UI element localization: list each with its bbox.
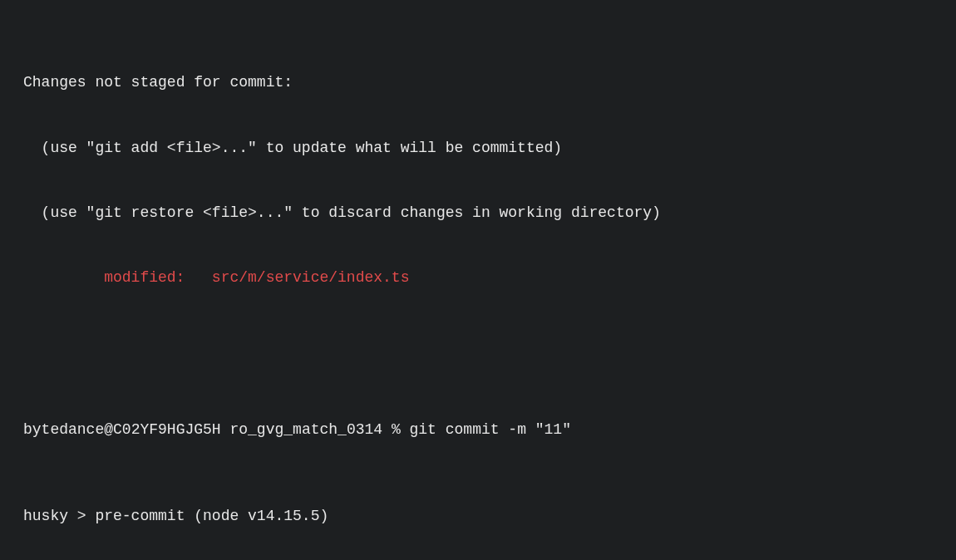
prompt-dir: ro_gvg_match_0314 xyxy=(229,421,382,438)
git-status-header: Changes not staged for commit: xyxy=(23,71,956,93)
prompt-command: git commit -m "11" xyxy=(410,421,571,438)
prompt-host: C02YF9HGJG5H xyxy=(113,421,221,438)
shell-prompt-line[interactable]: bytedance@C02YF9HGJG5H ro_gvg_match_0314… xyxy=(23,419,956,440)
prompt-user: bytedance xyxy=(23,421,104,438)
modified-label: modified: xyxy=(104,269,212,286)
git-status-hint-restore: (use "git restore <file>..." to discard … xyxy=(23,202,956,224)
husky-header: husky > pre-commit (node v14.15.5) xyxy=(23,505,956,527)
modified-file-path: src/m/service/index.ts xyxy=(212,269,410,286)
git-status-hint-add: (use "git add <file>..." to update what … xyxy=(23,137,956,159)
terminal-output: Changes not staged for commit: (use "git… xyxy=(0,0,956,560)
blank-line xyxy=(23,332,956,353)
git-status-modified-row: modified: src/m/service/index.ts xyxy=(23,267,956,288)
